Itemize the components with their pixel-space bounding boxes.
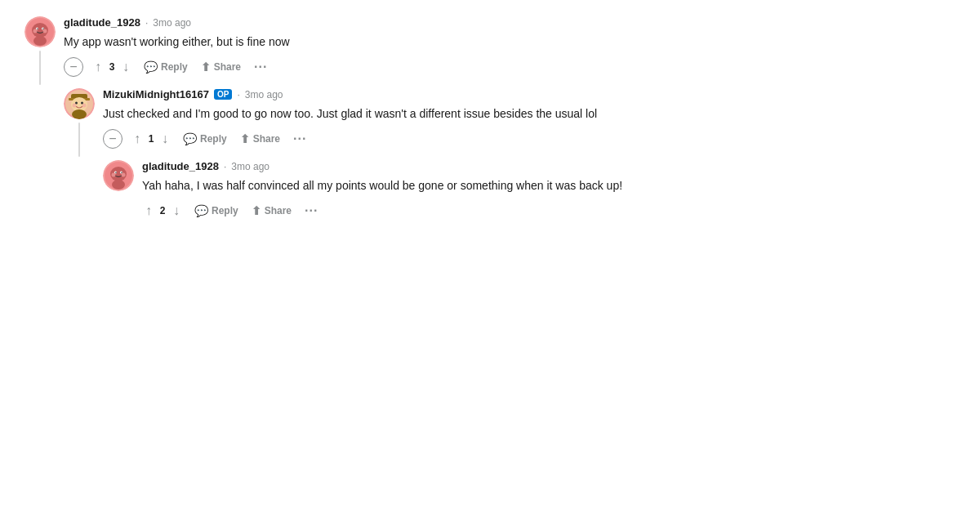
avatar-gladitude-1 (24, 16, 56, 47)
svg-point-18 (82, 104, 87, 108)
vote-controls-1: ↑ 3 ↓ (91, 58, 132, 76)
collapse-btn-2[interactable]: − (103, 129, 122, 149)
vote-count-2: 1 (147, 133, 155, 145)
upvote-btn-3[interactable]: ↑ (142, 202, 155, 220)
share-btn-2[interactable]: ⬆ Share (235, 129, 285, 149)
svg-point-7 (33, 29, 38, 33)
nested-2: gladitude_1928 · 3mo ago Yah haha, I was… (103, 160, 760, 229)
comment-body-1: gladitude_1928 · 3mo ago My app wasn't w… (64, 16, 760, 85)
svg-point-17 (73, 104, 77, 108)
downvote-btn-2[interactable]: ↓ (158, 130, 172, 148)
svg-point-28 (122, 173, 126, 177)
comment-1: gladitude_1928 · 3mo ago My app wasn't w… (24, 16, 760, 85)
svg-point-27 (112, 173, 116, 177)
share-icon-2: ⬆ (240, 132, 250, 145)
svg-point-6 (42, 28, 44, 29)
share-btn-3[interactable]: ⬆ Share (247, 201, 296, 221)
comment-3: gladitude_1928 · 3mo ago Yah haha, I was… (103, 160, 760, 229)
comment-left-1 (24, 16, 56, 85)
collapse-btn-1[interactable]: − (64, 57, 83, 77)
comment-thread: gladitude_1928 · 3mo ago My app wasn't w… (24, 16, 760, 229)
action-bar-1: − ↑ 3 ↓ 💬 Reply ⬆ Share ··· (64, 57, 760, 77)
share-icon-1: ⬆ (201, 60, 211, 74)
more-btn-3[interactable]: ··· (300, 202, 323, 220)
timestamp-1: 3mo ago (153, 17, 191, 29)
action-bar-2: − ↑ 1 ↓ 💬 Reply ⬆ Share ··· (103, 129, 760, 149)
username-2: MizukiMidnight16167 (103, 88, 209, 100)
downvote-btn-3[interactable]: ↓ (170, 202, 183, 220)
reply-label-3: Reply (212, 205, 238, 216)
reply-icon-3: 💬 (194, 204, 208, 217)
thread-line-2 (78, 123, 80, 157)
share-label-3: Share (265, 205, 292, 216)
vote-controls-2: ↑ 1 ↓ (131, 130, 172, 148)
thread-line-1 (39, 51, 41, 85)
reply-btn-3[interactable]: 💬 Reply (189, 201, 243, 221)
action-bar-3: ↑ 2 ↓ 💬 Reply ⬆ Share ··· (142, 201, 760, 221)
vote-controls-3: ↑ 2 ↓ (142, 202, 183, 220)
comment-left-3 (103, 160, 134, 229)
more-btn-2[interactable]: ··· (288, 130, 311, 148)
reply-btn-1[interactable]: 💬 Reply (139, 57, 193, 77)
svg-point-19 (72, 109, 87, 119)
comment-header-2: MizukiMidnight16167 OP · 3mo ago (103, 88, 760, 100)
vote-count-1: 3 (108, 61, 116, 73)
svg-point-8 (43, 29, 47, 33)
svg-point-5 (37, 28, 38, 29)
nested-1: MizukiMidnight16167 OP · 3mo ago Just ch… (64, 88, 760, 229)
timestamp-3: 3mo ago (231, 161, 270, 172)
comment-text-2: Just checked and I'm good to go now too.… (103, 105, 715, 123)
avatar-gladitude-2 (103, 160, 134, 191)
vote-count-3: 2 (158, 205, 167, 216)
upvote-btn-2[interactable]: ↑ (131, 130, 144, 148)
svg-point-29 (112, 180, 125, 190)
svg-point-9 (33, 36, 47, 46)
comment-2: MizukiMidnight16167 OP · 3mo ago Just ch… (64, 88, 760, 157)
share-label-2: Share (253, 133, 280, 145)
comment-header-3: gladitude_1928 · 3mo ago (142, 160, 760, 172)
svg-point-26 (121, 172, 122, 173)
separator-2: · (237, 89, 239, 100)
reply-label-1: Reply (161, 61, 188, 73)
comment-body-2: MizukiMidnight16167 OP · 3mo ago Just ch… (103, 88, 760, 157)
reply-icon-1: 💬 (144, 60, 158, 74)
timestamp-2: 3mo ago (245, 89, 283, 100)
comment-header-1: gladitude_1928 · 3mo ago (64, 16, 760, 29)
comment-text-3: Yah haha, I was half convinced all my po… (142, 177, 755, 194)
comment-text-1: My app wasn't working either, but is fin… (64, 33, 676, 51)
op-badge-2: OP (214, 89, 232, 100)
avatar-mizuki (64, 88, 95, 119)
reply-label-2: Reply (200, 133, 227, 145)
share-icon-3: ⬆ (252, 204, 261, 217)
reply-icon-2: 💬 (183, 132, 197, 145)
share-label-1: Share (214, 61, 241, 73)
separator-1: · (145, 17, 148, 29)
reply-btn-2[interactable]: 💬 Reply (178, 129, 232, 149)
username-3: gladitude_1928 (142, 160, 219, 172)
downvote-btn-1[interactable]: ↓ (119, 58, 132, 76)
more-btn-1[interactable]: ··· (249, 58, 272, 76)
svg-point-25 (115, 172, 117, 173)
comment-left-2 (64, 88, 95, 157)
share-btn-1[interactable]: ⬆ Share (196, 57, 246, 77)
upvote-btn-1[interactable]: ↑ (91, 58, 105, 76)
username-1: gladitude_1928 (64, 16, 140, 29)
comment-body-3: gladitude_1928 · 3mo ago Yah haha, I was… (142, 160, 760, 229)
separator-3: · (224, 161, 226, 172)
